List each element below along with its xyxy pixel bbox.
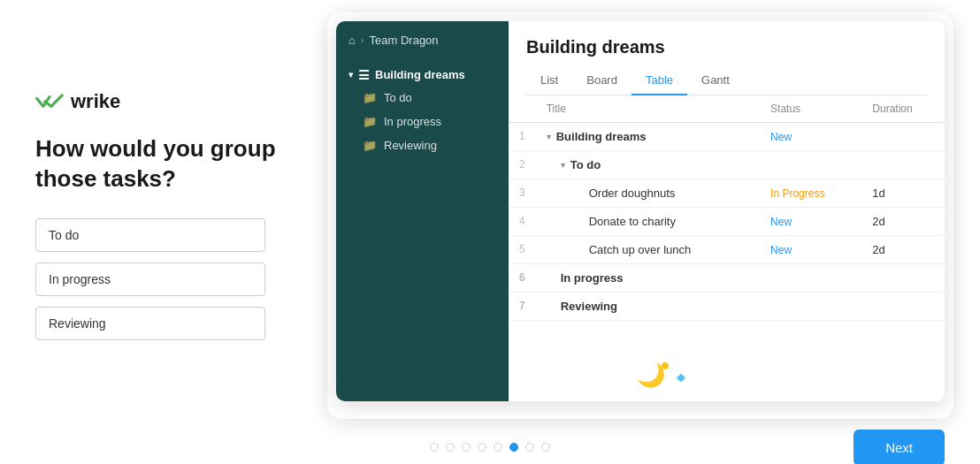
row-title-text: Reviewing — [561, 300, 617, 313]
main-header: Building dreams List Board Table Gantt — [509, 21, 945, 95]
dot-4[interactable] — [478, 443, 486, 452]
task-table: Title Status Duration 1 — [509, 95, 945, 321]
project-name: Building dreams — [375, 68, 465, 81]
row-num: 1 — [509, 122, 536, 150]
table-row: 1 ▾ Building dreams New — [509, 122, 945, 150]
table-header: Title Status Duration — [509, 95, 945, 123]
sidebar-reviewing-label: Reviewing — [384, 139, 437, 152]
col-title: Title — [536, 95, 760, 123]
question-text: How would you group those tasks? — [35, 134, 301, 194]
dot-6[interactable] — [509, 443, 518, 452]
sidebar-header: ⌂ › Team Dragon — [336, 34, 509, 59]
row-title: Donate to charity — [536, 207, 760, 235]
folder-icon-reviewing: 📁 — [363, 139, 377, 152]
sidebar: ⌂ › Team Dragon ▾ ☰ Building dreams 📁 To… — [336, 21, 509, 401]
row-num: 5 — [509, 235, 536, 263]
wrike-logo-icon — [35, 92, 64, 111]
sidebar-chevron: › — [361, 34, 364, 45]
home-icon: ⌂ — [348, 34, 356, 47]
row-status: New — [760, 235, 861, 263]
tab-board[interactable]: Board — [572, 66, 632, 95]
tabs: List Board Table Gantt — [526, 66, 927, 95]
tag-item-reviewing[interactable]: Reviewing — [35, 307, 265, 340]
row-title-text: Order doughnuts — [589, 186, 676, 200]
left-panel: wrike How would you group those tasks? T… — [35, 90, 301, 341]
dot-1[interactable] — [430, 443, 439, 452]
row-num: 4 — [509, 207, 536, 235]
row-duration — [861, 263, 945, 292]
dot-5[interactable] — [494, 443, 502, 452]
sidebar-item-todo[interactable]: 📁 To do — [345, 86, 500, 110]
table-row: 7 Reviewing — [509, 292, 945, 320]
table-row: 2 ▾ To do — [509, 150, 945, 179]
next-button[interactable]: Next — [854, 430, 945, 465]
table-row: 6 In progress — [509, 263, 945, 292]
tag-list: To do In progress Reviewing — [35, 218, 301, 340]
main-container: wrike How would you group those tasks? T… — [0, 0, 980, 464]
yellow-dot — [662, 362, 669, 369]
row-duration — [861, 292, 945, 320]
dot-8[interactable] — [541, 443, 550, 452]
bottom-bar: Next — [0, 430, 980, 464]
tab-list[interactable]: List — [526, 66, 572, 95]
col-num — [509, 95, 536, 123]
row-title: ▾ Building dreams — [536, 122, 760, 150]
folder-icon-inprogress: 📁 — [363, 115, 377, 128]
row-status — [760, 263, 861, 292]
content-area: wrike How would you group those tasks? T… — [0, 0, 980, 430]
table-row: 5 Catch up over lunch New 2d — [509, 235, 945, 263]
row-num: 7 — [509, 292, 536, 320]
sidebar-inprogress-label: In progress — [384, 115, 441, 128]
sidebar-project-title[interactable]: ▾ ☰ Building dreams — [345, 65, 500, 86]
row-duration: 2d — [861, 207, 945, 235]
row-title: Catch up over lunch — [536, 235, 760, 263]
col-status: Status — [760, 95, 861, 123]
tab-gantt[interactable]: Gantt — [687, 66, 744, 95]
row-title-text: To do — [570, 158, 601, 171]
expand-arrow: ▾ — [561, 160, 565, 170]
main-title: Building dreams — [526, 37, 927, 57]
diamond-icon: ◆ — [677, 370, 685, 384]
row-title: Order doughnuts — [536, 179, 760, 207]
row-duration: 1d — [861, 179, 945, 207]
sidebar-section: ▾ ☰ Building dreams 📁 To do 📁 In progres… — [336, 59, 509, 163]
wrike-logo: wrike — [35, 90, 301, 113]
row-num: 2 — [509, 150, 536, 179]
dot-7[interactable] — [525, 443, 534, 452]
row-title-text: Catch up over lunch — [589, 243, 692, 256]
table-area: Title Status Duration 1 — [509, 95, 945, 401]
row-num: 6 — [509, 263, 536, 292]
row-title: In progress — [536, 263, 760, 292]
tab-table[interactable]: Table — [632, 66, 687, 95]
app-window-wrapper: ⌂ › Team Dragon ▾ ☰ Building dreams 📁 To… — [336, 21, 945, 410]
sidebar-item-reviewing[interactable]: 📁 Reviewing — [345, 133, 500, 157]
sidebar-todo-label: To do — [384, 91, 412, 104]
folder-icon-todo: 📁 — [363, 91, 377, 104]
tag-item-todo[interactable]: To do — [35, 218, 265, 252]
row-duration: 2d — [861, 235, 945, 263]
row-duration — [861, 150, 945, 179]
sidebar-item-inprogress[interactable]: 📁 In progress — [345, 110, 500, 133]
row-duration — [861, 122, 945, 150]
row-title-text: Building dreams — [556, 130, 647, 143]
dot-2[interactable] — [446, 443, 455, 452]
main-content: Building dreams List Board Table Gantt — [509, 21, 945, 401]
row-title-text: Donate to charity — [589, 215, 676, 228]
row-status: In Progress — [760, 179, 861, 207]
row-status: New — [760, 207, 861, 235]
dot-3[interactable] — [462, 443, 471, 452]
team-name: Team Dragon — [370, 34, 439, 47]
row-title: Reviewing — [536, 292, 760, 320]
row-status — [760, 292, 861, 320]
row-status: New — [760, 122, 861, 150]
row-title: ▾ To do — [536, 150, 760, 179]
table-row: 3 Order doughnuts In Progress 1d — [509, 179, 945, 207]
table-body: 1 ▾ Building dreams New — [509, 122, 945, 320]
tag-item-inprogress[interactable]: In progress — [35, 262, 265, 296]
expand-project-icon: ▾ — [348, 70, 353, 80]
logo-text: wrike — [71, 90, 120, 113]
row-title-text: In progress — [561, 271, 624, 285]
folder-icon-main: ☰ — [358, 68, 370, 82]
app-window: ⌂ › Team Dragon ▾ ☰ Building dreams 📁 To… — [336, 21, 945, 401]
row-status — [760, 150, 861, 179]
